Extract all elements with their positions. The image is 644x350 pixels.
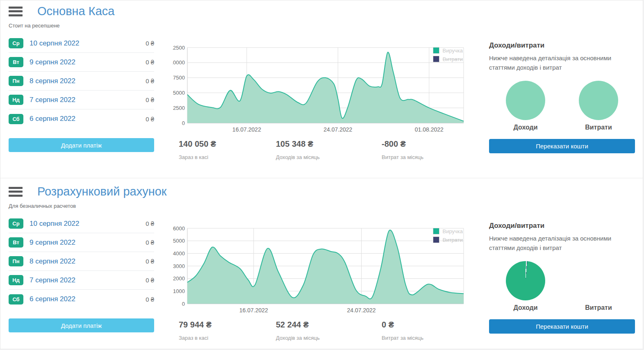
pie-label: Доходи [513, 304, 537, 311]
income-expense-panel: Доходи/витрати Нижче наведена деталізаці… [489, 222, 635, 334]
pie-label: Витрати [585, 124, 612, 131]
legend-swatch-icon [433, 56, 439, 62]
svg-text:24.07.2022: 24.07.2022 [347, 307, 376, 314]
svg-text:10000: 10000 [173, 59, 185, 66]
svg-text:16.07.2022: 16.07.2022 [239, 307, 268, 314]
add-payment-button[interactable]: Додати платіж [9, 138, 154, 152]
legend-label: Виручка [443, 228, 463, 234]
stat-label: Витрат за місяць [382, 154, 423, 160]
day-row[interactable]: Вт 9 серпня 2022 0 ₴ [9, 53, 154, 72]
legend-label: Виручка [443, 48, 463, 54]
stat-value: 52 244 ₴ [276, 320, 320, 330]
svg-text:5000: 5000 [173, 238, 185, 244]
pie-charts-row: Доходи Витрати [489, 78, 635, 131]
stat-label: Доходів за місяць [276, 154, 320, 160]
income-expense-panel: Доходи/витрати Нижче наведена деталізаці… [489, 41, 635, 153]
day-date-link[interactable]: 10 серпня 2022 [30, 39, 79, 48]
chart-legend: ВиручкаВитрати [433, 228, 463, 245]
day-row[interactable]: Пн 8 серпня 2022 0 ₴ [9, 252, 154, 271]
day-date-link[interactable]: 9 серпня 2022 [30, 239, 75, 247]
settlement-chart-column: 010002000300040005000600016.07.202224.07… [173, 223, 468, 349]
main-cash-chart-column: 0250050007500100001250016.07.202224.07.2… [173, 42, 468, 168]
day-amount: 0 ₴ [146, 277, 154, 284]
expense-pie-chart [579, 81, 618, 120]
stats-row: 140 050 ₴ Зараз в касі 105 348 ₴ Доходів… [173, 139, 468, 168]
day-badge: Вт [9, 237, 23, 248]
day-row[interactable]: Ср 10 серпня 2022 0 ₴ [9, 34, 154, 53]
day-date-link[interactable]: 10 серпня 2022 [30, 220, 79, 228]
svg-text:12500: 12500 [173, 45, 185, 51]
dashboard-page: Основна Каса Стоит на ресепшене Ср 10 се… [0, 0, 643, 349]
stat-cash-now: 140 050 ₴ Зараз в касі [179, 139, 216, 160]
svg-text:5000: 5000 [173, 90, 185, 96]
day-row[interactable]: Нд 7 серпня 2022 0 ₴ [9, 271, 154, 290]
section-title: Основна Каса [37, 5, 114, 18]
transfer-funds-button[interactable]: Переказати кошти [489, 319, 635, 334]
transfer-funds-button[interactable]: Переказати кошти [489, 139, 635, 153]
day-amount: 0 ₴ [146, 116, 154, 123]
day-date-link[interactable]: 8 серпня 2022 [30, 257, 75, 266]
legend-item[interactable]: Виручка [433, 47, 463, 54]
expense-pie-slot: Витрати [562, 78, 635, 131]
panel-title: Доходи/витрати [489, 41, 635, 50]
expense-pie-slot: Витрати [562, 258, 635, 311]
stat-value: -800 ₴ [382, 139, 423, 149]
day-date-link[interactable]: 7 серпня 2022 [30, 276, 75, 284]
day-row[interactable]: Сб 6 серпня 2022 0 ₴ [9, 290, 154, 309]
day-row[interactable]: Сб 6 серпня 2022 0 ₴ [9, 109, 154, 128]
day-amount: 0 ₴ [146, 59, 154, 66]
day-amount: 0 ₴ [146, 258, 154, 265]
day-date-link[interactable]: 8 серпня 2022 [30, 77, 75, 85]
day-row[interactable]: Пн 8 серпня 2022 0 ₴ [9, 72, 154, 91]
day-row[interactable]: Ср 10 серпня 2022 0 ₴ [9, 214, 154, 233]
svg-text:2000: 2000 [173, 275, 185, 282]
pie-charts-row: Доходи Витрати [489, 258, 635, 311]
chart-legend: ВиручкаВитрати [433, 47, 463, 64]
payments-day-list: Ср 10 серпня 2022 0 ₴ Вт 9 серпня 2022 0… [9, 34, 154, 128]
day-date-link[interactable]: 6 серпня 2022 [30, 295, 75, 303]
stat-value: 0 ₴ [382, 320, 423, 330]
stat-cash-now: 79 944 ₴ Зараз в касі [179, 320, 212, 341]
stat-label: Зараз в касі [179, 154, 216, 160]
svg-text:6000: 6000 [173, 225, 185, 232]
svg-text:16.07.2022: 16.07.2022 [232, 126, 261, 133]
day-row[interactable]: Нд 7 серпня 2022 0 ₴ [9, 91, 154, 109]
svg-text:0: 0 [182, 120, 185, 126]
settlement-header: Розрахунковий рахунок [9, 185, 154, 198]
stat-value: 79 944 ₴ [179, 320, 212, 330]
main-cash-left-column: Основна Каса Стоит на ресепшене Ср 10 се… [9, 5, 154, 152]
panel-title: Доходи/витрати [489, 222, 635, 230]
pie-label: Доходи [513, 124, 537, 131]
day-row[interactable]: Вт 9 серпня 2022 0 ₴ [9, 233, 154, 252]
day-amount: 0 ₴ [146, 96, 154, 103]
section-subtitle: Для безналичных расчетов [9, 203, 154, 209]
section-title: Розрахунковий рахунок [37, 185, 167, 198]
income-pie-chart [506, 81, 545, 120]
menu-icon[interactable] [9, 187, 23, 197]
svg-text:3000: 3000 [173, 263, 185, 269]
legend-label: Витрати [443, 56, 463, 62]
legend-item[interactable]: Виручка [433, 228, 463, 234]
day-badge: Сб [9, 114, 23, 124]
legend-swatch-icon [433, 236, 439, 243]
day-date-link[interactable]: 7 серпня 2022 [30, 96, 75, 104]
day-badge: Пн [9, 76, 23, 86]
day-badge: Нд [9, 275, 23, 285]
legend-item[interactable]: Витрати [433, 56, 463, 62]
revenue-area-chart: 0250050007500100001250016.07.202224.07.2… [173, 42, 468, 134]
income-pie-slot: Доходи [489, 258, 562, 311]
day-amount: 0 ₴ [146, 77, 154, 84]
svg-text:01.08.2022: 01.08.2022 [415, 126, 444, 133]
legend-swatch-icon [433, 228, 439, 234]
legend-swatch-icon [433, 47, 439, 54]
legend-item[interactable]: Витрати [433, 236, 463, 243]
svg-text:0: 0 [182, 301, 185, 307]
add-payment-button[interactable]: Додати платіж [9, 318, 154, 332]
day-badge: Ср [9, 38, 23, 48]
day-date-link[interactable]: 6 серпня 2022 [30, 115, 75, 123]
stats-row: 79 944 ₴ Зараз в касі 52 244 ₴ Доходів з… [173, 320, 468, 349]
day-amount: 0 ₴ [146, 40, 154, 47]
day-date-link[interactable]: 9 серпня 2022 [30, 58, 75, 66]
section-settlement-account: Розрахунковий рахунок Для безналичных ра… [0, 178, 643, 349]
menu-icon[interactable] [9, 7, 23, 16]
